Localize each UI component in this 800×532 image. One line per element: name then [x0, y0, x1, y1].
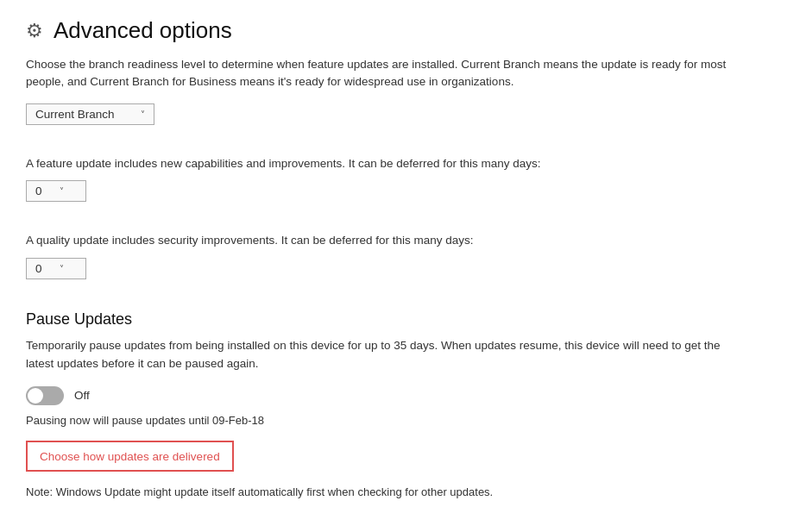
- feature-update-section: A feature update includes new capabiliti…: [26, 156, 774, 220]
- page-header: ⚙ Advanced options: [26, 17, 774, 44]
- footer-note: Note: Windows Update might update itself…: [26, 485, 734, 498]
- feature-update-label: A feature update includes new capabiliti…: [26, 156, 774, 172]
- pause-updates-description: Temporarily pause updates from being ins…: [26, 337, 734, 372]
- toggle-thumb: [28, 388, 43, 404]
- gear-icon: ⚙: [26, 20, 43, 42]
- toggle-label: Off: [74, 389, 90, 402]
- feature-update-dropdown[interactable]: 0 ˅: [26, 180, 86, 202]
- delivery-link-box[interactable]: Choose how updates are delivered: [26, 441, 234, 472]
- quality-update-dropdown[interactable]: 0 ˅: [26, 258, 86, 279]
- delivery-link[interactable]: Choose how updates are delivered: [40, 450, 220, 463]
- quality-update-dropdown-value: 0: [35, 262, 42, 275]
- quality-update-label: A quality update includes security impro…: [26, 233, 774, 249]
- toggle-row: Off: [26, 386, 774, 405]
- branch-description: Choose the branch readiness level to det…: [26, 56, 734, 91]
- pause-updates-title: Pause Updates: [26, 310, 774, 329]
- chevron-down-icon: ˅: [60, 186, 64, 196]
- chevron-down-icon: ˅: [141, 110, 145, 119]
- branch-dropdown-value: Current Branch: [35, 108, 115, 121]
- page-title: Advanced options: [54, 17, 232, 44]
- branch-section: Choose the branch readiness level to det…: [26, 56, 774, 142]
- feature-update-dropdown-value: 0: [35, 185, 42, 197]
- toggle-track: [26, 386, 64, 405]
- pause-updates-section: Pause Updates Temporarily pause updates …: [26, 310, 774, 427]
- pause-note: Pausing now will pause updates until 09-…: [26, 414, 774, 427]
- quality-update-section: A quality update includes security impro…: [26, 233, 774, 297]
- pause-toggle[interactable]: [26, 386, 64, 405]
- branch-dropdown[interactable]: Current Branch ˅: [26, 103, 154, 125]
- chevron-down-icon: ˅: [60, 264, 64, 273]
